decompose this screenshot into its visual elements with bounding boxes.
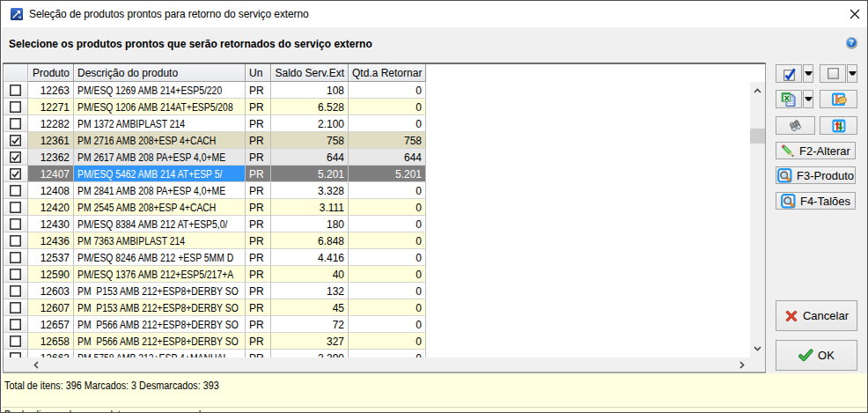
row-checkbox-cell[interactable] [4,182,28,199]
checkbox-unchecked-icon[interactable] [10,185,21,196]
cell-saldo[interactable]: 3.111 [271,199,349,216]
cell-un[interactable]: PR [246,182,271,199]
cell-qtd[interactable]: 0 [349,216,426,232]
cell-un[interactable]: PR [246,283,271,299]
cell-produto[interactable]: 12436 [28,232,74,249]
checkbox-checked-icon[interactable] [10,151,21,163]
cell-saldo[interactable]: 2.390 [271,350,349,358]
cell-descricao[interactable]: PM 1372 AMBIPLAST 214 [74,115,246,132]
cell-un[interactable]: PR [246,350,271,358]
checkbox-unchecked-icon[interactable] [10,218,21,230]
column-header-produto[interactable]: Produto [28,64,74,82]
row-checkbox-cell[interactable] [4,333,28,350]
cell-qtd[interactable]: 0 [349,232,426,249]
f2-alterar-button[interactable]: F2-Alterar [776,142,856,159]
cell-qtd[interactable]: 0 [349,333,426,350]
search-button[interactable] [776,116,815,135]
cell-qtd[interactable]: 0 [349,182,426,199]
f3-produto-button[interactable]: F3-Produto [776,166,856,184]
scroll-left-icon[interactable] [33,361,40,369]
checkbox-unchecked-icon[interactable] [10,269,21,280]
excel-menu-button[interactable] [803,90,813,108]
f4-taloes-button[interactable]: F4-Talões [776,192,856,210]
mark-menu-button[interactable] [803,64,813,83]
row-checkbox-cell[interactable] [4,283,28,299]
checkbox-unchecked-icon[interactable] [10,85,21,96]
cell-produto[interactable]: 12663 [28,350,74,358]
table-row[interactable]: 12537PM/ESQ 8246 AMB 212 +ESP 5MM DPR4.4… [4,249,426,266]
cell-qtd[interactable]: 0 [349,299,426,316]
checkbox-unchecked-icon[interactable] [10,336,21,347]
cell-un[interactable]: PR [246,266,271,283]
cell-un[interactable]: PR [246,115,271,132]
cell-descricao[interactable]: PM 5758 AMB 212+ESP 4+MANUAL [74,350,246,358]
cell-qtd[interactable]: 0 [349,350,426,358]
cell-produto[interactable]: 12590 [28,266,74,283]
row-checkbox-cell[interactable] [4,350,28,358]
unmark-all-button[interactable] [820,64,846,83]
row-checkbox-cell[interactable] [4,99,28,115]
cell-un[interactable]: PR [246,166,271,182]
cell-produto[interactable]: 12658 [28,333,74,350]
checkbox-unchecked-icon[interactable] [10,252,21,263]
checkbox-unchecked-icon[interactable] [10,235,21,247]
cell-un[interactable]: PR [246,249,271,266]
row-checkbox-cell[interactable] [4,149,28,166]
table-row[interactable]: 12271PM/ESQ 1206 AMB 214AT+ESP5/208PR6.5… [4,99,426,115]
cell-descricao[interactable]: PM P566 AMB 212+ESP8+DERBY SO [74,316,246,333]
cell-saldo[interactable]: 758 [271,132,349,149]
cell-un[interactable]: PR [246,299,271,316]
table-row[interactable]: 12282PM 1372 AMBIPLAST 214PR2.1000 [4,115,426,132]
cell-saldo[interactable]: 108 [271,82,349,99]
cell-descricao[interactable]: PM P153 AMB 212+ESP8+DERBY SO [74,283,246,299]
cell-produto[interactable]: 12607 [28,299,74,316]
table-row[interactable]: 12362PM 2617 AMB 208 PA+ESP 4,0+MEPR6446… [4,149,426,166]
row-checkbox-cell[interactable] [4,115,28,132]
row-checkbox-cell[interactable] [4,232,28,249]
row-checkbox-cell[interactable] [4,299,28,316]
select-columns-button[interactable] [820,90,857,108]
table-row[interactable]: 12607PM P153 AMB 212+ESP8+DERBY SOPR450 [4,299,426,316]
table-row[interactable]: 12663PM 5758 AMB 212+ESP 4+MANUALPR2.390… [4,350,426,358]
row-checkbox-cell[interactable] [4,132,28,149]
cell-descricao[interactable]: PM P153 AMB 212+ESP8+DERBY SO [74,299,246,316]
cell-descricao[interactable]: PM/ESQ 8384 AMB 212 AT+ESP5,0/ [74,216,246,232]
cell-un[interactable]: PR [246,199,271,216]
ok-button[interactable]: OK [776,340,857,371]
scroll-up-icon[interactable] [754,87,761,95]
row-checkbox-cell[interactable] [4,82,28,99]
table-row[interactable]: 12361PM 2716 AMB 208+ESP 4+CACHPR758758 [4,132,426,149]
cell-qtd[interactable]: 0 [349,82,426,99]
table-row[interactable]: 12430PM/ESQ 8384 AMB 212 AT+ESP5,0/PR180… [4,216,426,232]
cell-saldo[interactable]: 3.328 [271,182,349,199]
row-checkbox-cell[interactable] [4,199,28,216]
cell-produto[interactable]: 12603 [28,283,74,299]
cell-qtd[interactable]: 0 [349,316,426,333]
cell-saldo[interactable]: 4.416 [271,249,349,266]
cell-produto[interactable]: 12430 [28,216,74,232]
cell-produto[interactable]: 12657 [28,316,74,333]
checkbox-unchecked-icon[interactable] [10,202,21,213]
cell-saldo[interactable]: 72 [271,316,349,333]
cell-descricao[interactable]: PM/ESQ 1376 AMB 212+ESP5/217+A [74,266,246,283]
cell-saldo[interactable]: 2.100 [271,115,349,132]
cell-un[interactable]: PR [246,316,271,333]
table-row[interactable]: 12603PM P153 AMB 212+ESP8+DERBY SOPR1320 [4,283,426,299]
row-checkbox-cell[interactable] [4,266,28,283]
cell-un[interactable]: PR [246,333,271,350]
cell-saldo[interactable]: 132 [271,283,349,299]
excel-export-button[interactable] [776,90,802,108]
cell-qtd[interactable]: 0 [349,249,426,266]
cell-qtd[interactable]: 0 [349,99,426,115]
cell-qtd[interactable]: 644 [349,149,426,166]
table-row[interactable]: 12408PM 2841 AMB 208 PA+ESP 4,0+MEPR3.32… [4,182,426,199]
cell-descricao[interactable]: PM 2841 AMB 208 PA+ESP 4,0+ME [74,182,246,199]
cell-qtd[interactable]: 5.201 [349,166,426,182]
cell-saldo[interactable]: 5.201 [271,166,349,182]
column-header-descricao[interactable]: Descrição do produto [74,64,246,82]
checkbox-unchecked-icon[interactable] [10,285,21,297]
cell-descricao[interactable]: PM/ESQ 1206 AMB 214AT+ESP5/208 [74,99,246,115]
cell-un[interactable]: PR [246,216,271,232]
cell-produto[interactable]: 12408 [28,182,74,199]
cell-qtd[interactable]: 758 [349,132,426,149]
